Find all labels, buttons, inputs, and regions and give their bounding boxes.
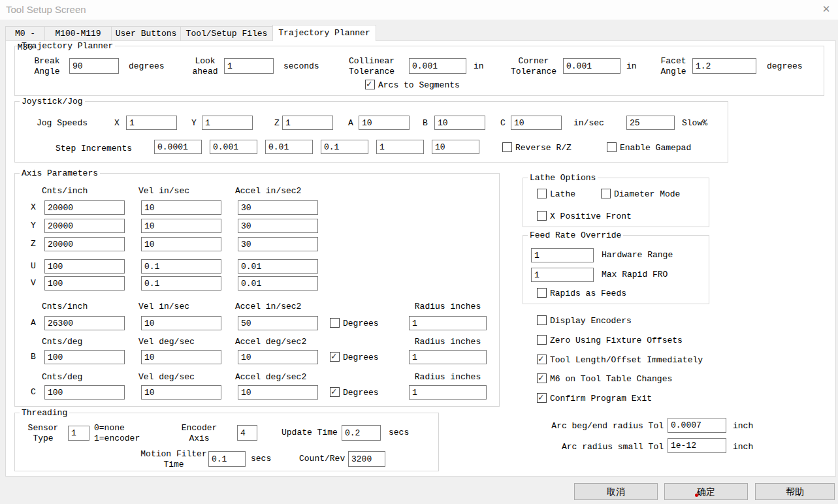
tab-m0-m30[interactable]: M0 - M30	[5, 26, 45, 41]
cursor-dot	[695, 494, 698, 497]
zero-using-fixture-offsets-checkbox[interactable]	[537, 335, 547, 345]
axis-c-vel-input[interactable]	[141, 385, 221, 400]
slow-percent-input[interactable]	[626, 116, 675, 130]
axis-y-cnts-input[interactable]	[44, 219, 125, 233]
facet-angle-input[interactable]	[692, 58, 756, 74]
help-button[interactable]: 帮助	[755, 483, 835, 500]
axis-v-cnts-input[interactable]	[44, 276, 125, 291]
jog-units-label: in/sec	[573, 118, 604, 129]
break-angle-input[interactable]	[69, 58, 119, 74]
lathe-label: Lathe	[550, 189, 575, 200]
axis-a-radius-input[interactable]	[409, 316, 487, 330]
jog-x-label: X	[114, 118, 120, 129]
trajectory-planner-group: Trajectory Planner Break Angle degrees L…	[14, 46, 824, 96]
axis-c-cnts-input[interactable]	[44, 385, 125, 400]
axis-y-accel-input[interactable]	[238, 219, 318, 233]
axis-b-vel-input[interactable]	[141, 350, 221, 364]
step-increment-5-input[interactable]	[376, 140, 424, 154]
axis-z-cnts-input[interactable]	[44, 237, 125, 251]
axis-c-radius-input[interactable]	[409, 385, 487, 400]
tab-trajectory-planner[interactable]: Trajectory Planner	[272, 25, 376, 41]
hardware-range-input[interactable]	[531, 248, 594, 262]
corner-tolerance-label: Corner Tolerance	[504, 56, 564, 77]
axis-v-vel-input[interactable]	[141, 276, 221, 291]
jog-y-input[interactable]	[202, 116, 253, 130]
axis-b-degrees-checkbox[interactable]	[330, 352, 340, 362]
axis-b-accel-input[interactable]	[238, 350, 318, 364]
ok-button[interactable]: 确定	[664, 483, 748, 500]
vel-header: Vel in/sec	[138, 186, 189, 197]
tab-user-buttons[interactable]: User Buttons	[111, 26, 181, 41]
feed-rate-override-group: Feed Rate Override Hardware Range Max Ra…	[523, 235, 709, 304]
cancel-button[interactable]: 取消	[574, 483, 658, 500]
axis-a-degrees-checkbox[interactable]	[330, 318, 340, 328]
axis-b-cnts-input[interactable]	[44, 350, 125, 364]
axis-z-accel-input[interactable]	[238, 237, 318, 251]
feed-rate-override-group-label: Feed Rate Override	[528, 230, 623, 240]
jog-z-input[interactable]	[282, 116, 333, 130]
jog-c-input[interactable]	[511, 116, 562, 130]
sensor-type-input[interactable]	[68, 426, 89, 441]
axis-a-accel-input[interactable]	[238, 316, 318, 330]
axis-x-accel-input[interactable]	[238, 200, 318, 215]
axis-u-accel-input[interactable]	[238, 259, 318, 274]
max-rapid-fro-input[interactable]	[531, 268, 594, 282]
axis-x-vel-input[interactable]	[141, 200, 221, 215]
diameter-mode-checkbox[interactable]	[601, 189, 611, 198]
step-increment-1-input[interactable]	[154, 140, 202, 154]
axis-u-vel-input[interactable]	[141, 259, 221, 274]
enable-gamepad-checkbox[interactable]	[607, 142, 617, 152]
jog-b-input[interactable]	[434, 116, 485, 130]
tab-m100-m119[interactable]: M100-M119	[44, 26, 112, 41]
max-rapid-fro-label: Max Rapid FRO	[602, 270, 668, 280]
arcs-to-segments-checkbox[interactable]	[365, 80, 375, 89]
motion-filter-time-input[interactable]	[208, 451, 246, 467]
axis-a-accel-header: Accel in/sec2	[235, 302, 301, 312]
jog-y-label: Y	[191, 118, 197, 129]
arc-beg-end-radius-tol-unit: inch	[733, 421, 753, 432]
axis-u-cnts-input[interactable]	[44, 259, 125, 274]
axis-c-degrees-checkbox[interactable]	[330, 387, 340, 397]
axis-a-cnts-input[interactable]	[44, 316, 125, 330]
display-encoders-checkbox[interactable]	[537, 315, 547, 325]
look-ahead-input[interactable]	[224, 58, 274, 74]
count-rev-input[interactable]	[348, 451, 385, 467]
axis-v-accel-input[interactable]	[238, 276, 318, 291]
confirm-program-exit-checkbox[interactable]	[537, 393, 547, 403]
lathe-options-group: Lathe Options Lathe Diameter Mode X Posi…	[523, 178, 709, 227]
corner-tolerance-input[interactable]	[563, 58, 620, 74]
x-positive-front-checkbox[interactable]	[537, 211, 547, 221]
rapids-as-feeds-checkbox[interactable]	[537, 288, 547, 298]
jog-x-input[interactable]	[126, 116, 177, 130]
axis-c-cnts-header: Cnts/deg	[42, 372, 82, 383]
axis-c-degrees-label: Degrees	[343, 388, 379, 398]
joystick-group-label: Joystick/Jog	[20, 97, 85, 106]
arc-radius-small-tol-input[interactable]	[668, 438, 726, 453]
axis-b-vel-header: Vel deg/sec	[138, 337, 195, 347]
collinear-tolerance-label: Collinear Tolerance	[342, 56, 402, 77]
tool-length-offset-immediately-checkbox[interactable]	[537, 354, 547, 364]
axis-b-radius-input[interactable]	[409, 350, 487, 364]
step-increment-3-input[interactable]	[265, 140, 313, 154]
display-encoders-label: Display Encoders	[550, 316, 632, 326]
axis-x-cnts-input[interactable]	[44, 200, 125, 215]
m6-on-tool-table-changes-checkbox[interactable]	[537, 373, 547, 383]
axis-c-accel-input[interactable]	[238, 385, 318, 400]
reverse-rz-checkbox[interactable]	[502, 142, 512, 152]
update-time-input[interactable]	[342, 425, 381, 441]
axis-y-vel-input[interactable]	[141, 219, 221, 233]
collinear-tolerance-input[interactable]	[409, 58, 466, 74]
encoder-axis-input[interactable]	[237, 425, 257, 441]
break-angle-label: Break Angle	[28, 56, 66, 77]
arc-beg-end-radius-tol-input[interactable]	[668, 418, 726, 433]
step-increment-4-input[interactable]	[321, 140, 368, 154]
step-increment-2-input[interactable]	[210, 140, 257, 154]
tab-tool-setup-files[interactable]: Tool/Setup Files	[180, 26, 273, 41]
close-icon[interactable]: ✕	[818, 3, 834, 17]
step-increment-6-input[interactable]	[432, 140, 479, 154]
lathe-checkbox[interactable]	[537, 189, 547, 198]
sensor-type-hint-encoder: 1=encoder	[94, 433, 140, 444]
jog-a-input[interactable]	[359, 116, 410, 130]
axis-z-vel-input[interactable]	[141, 237, 221, 251]
axis-a-vel-input[interactable]	[141, 316, 221, 330]
